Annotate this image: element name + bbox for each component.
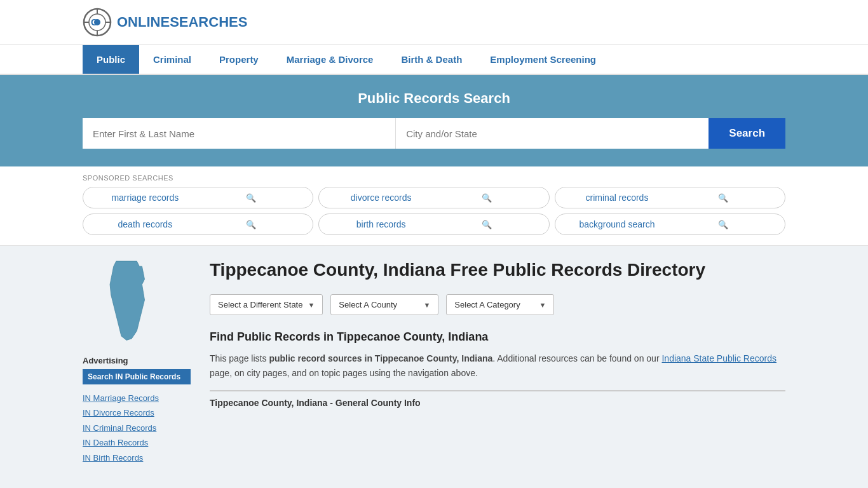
link-in-birth[interactable]: IN Birth Records [83, 453, 143, 463]
nav-item-marriage-divorce[interactable]: Marriage & Divorce [273, 45, 388, 74]
page-title: Tippecanoe County, Indiana Free Public R… [210, 259, 785, 281]
nav-item-employment[interactable]: Employment Screening [476, 45, 610, 74]
sponsored-item-death[interactable]: death records 🔍 [83, 214, 313, 235]
search-icon: 🔍 [670, 193, 776, 203]
nav-link-marriage-divorce[interactable]: Marriage & Divorce [273, 45, 388, 74]
county-dropdown-label: Select A County [339, 300, 418, 309]
link-in-divorce[interactable]: IN Divorce Records [83, 408, 154, 417]
sponsored-item-birth[interactable]: birth records 🔍 [318, 214, 549, 235]
logo[interactable]: G ONLINESEARCHES [83, 8, 247, 37]
sponsored-label-death: death records [92, 219, 198, 229]
sponsored-section: SPONSORED SEARCHES marriage records 🔍 di… [0, 166, 868, 246]
description-after-link: page, on city pages, and on topic pages … [210, 368, 478, 378]
chevron-down-icon: ▼ [423, 301, 430, 309]
main-content: Advertising Search IN Public Records IN … [0, 246, 868, 478]
nav-link-employment[interactable]: Employment Screening [476, 45, 610, 74]
sponsored-label-criminal: criminal records [564, 193, 670, 203]
advertising-label: Advertising [83, 356, 191, 365]
sidebar: Advertising Search IN Public Records IN … [83, 259, 191, 465]
nav-item-public[interactable]: Public [83, 45, 139, 74]
sidebar-link-criminal[interactable]: IN Criminal Records [83, 421, 191, 435]
state-map-indiana [83, 259, 165, 341]
sponsored-grid: marriage records 🔍 divorce records 🔍 cri… [83, 187, 785, 235]
nav-link-birth-death[interactable]: Birth & Death [387, 45, 476, 74]
svg-marker-7 [110, 261, 144, 340]
sponsored-label-birth: birth records [328, 219, 434, 229]
county-dropdown[interactable]: Select A County ▼ [330, 294, 438, 315]
category-dropdown[interactable]: Select A Category ▼ [446, 294, 554, 315]
link-in-death[interactable]: IN Death Records [83, 438, 148, 447]
nav-item-criminal[interactable]: Criminal [139, 45, 205, 74]
search-icon: 🔍 [434, 220, 540, 229]
sidebar-links: IN Marriage Records IN Divorce Records I… [83, 391, 191, 465]
name-input[interactable] [83, 118, 396, 149]
indiana-state-link[interactable]: Indiana State Public Records [661, 353, 776, 363]
description-intro: This page lists [210, 353, 269, 363]
chevron-down-icon: ▼ [308, 301, 315, 309]
category-dropdown-label: Select A Category [454, 300, 534, 309]
description-text: This page lists public record sources in… [210, 351, 785, 380]
search-icon: 🔍 [434, 193, 540, 203]
svg-text:G: G [91, 17, 98, 27]
ad-banner[interactable]: Search IN Public Records [83, 369, 191, 384]
sponsored-item-divorce[interactable]: divorce records 🔍 [318, 187, 549, 208]
nav-link-public[interactable]: Public [83, 45, 139, 74]
logo-icon: G [83, 8, 112, 37]
general-info-header: Tippecanoe County, Indiana - General Cou… [210, 390, 785, 408]
search-bar: Search [83, 118, 785, 149]
description-end: . Additional resources can be found on o… [492, 353, 661, 363]
description-bold: public record sources in Tippecanoe Coun… [269, 353, 492, 363]
logo-text: ONLINESEARCHES [117, 14, 247, 30]
search-button[interactable]: Search [709, 118, 785, 149]
dropdowns-row: Select a Different State ▼ Select A Coun… [210, 294, 785, 315]
sponsored-label-background: background search [564, 219, 670, 229]
content-area: Tippecanoe County, Indiana Free Public R… [210, 259, 785, 408]
state-dropdown[interactable]: Select a Different State ▼ [210, 294, 323, 315]
link-in-marriage[interactable]: IN Marriage Records [83, 393, 159, 403]
find-records-title: Find Public Records in Tippecanoe County… [210, 330, 785, 344]
sidebar-link-marriage[interactable]: IN Marriage Records [83, 391, 191, 405]
location-input[interactable] [396, 118, 709, 149]
sidebar-link-death[interactable]: IN Death Records [83, 435, 191, 450]
search-icon: 🔍 [198, 220, 304, 229]
sponsored-label-marriage: marriage records [92, 193, 198, 203]
link-in-criminal[interactable]: IN Criminal Records [83, 423, 156, 433]
sponsored-item-criminal[interactable]: criminal records 🔍 [555, 187, 785, 208]
state-dropdown-label: Select a Different State [218, 300, 302, 309]
search-icon: 🔍 [198, 193, 304, 203]
search-icon: 🔍 [670, 220, 776, 229]
nav-item-birth-death[interactable]: Birth & Death [387, 45, 476, 74]
main-navigation: Public Criminal Property Marriage & Divo… [0, 45, 868, 75]
sponsored-item-background[interactable]: background search 🔍 [555, 214, 785, 235]
nav-item-property[interactable]: Property [205, 45, 273, 74]
top-header: G ONLINESEARCHES [0, 0, 868, 45]
chevron-down-icon: ▼ [539, 301, 546, 309]
sidebar-link-divorce[interactable]: IN Divorce Records [83, 405, 191, 420]
nav-link-property[interactable]: Property [205, 45, 273, 74]
sponsored-label: SPONSORED SEARCHES [83, 174, 785, 182]
search-hero-title: Public Records Search [83, 90, 785, 107]
nav-link-criminal[interactable]: Criminal [139, 45, 205, 74]
search-hero: Public Records Search Search [0, 75, 868, 166]
sidebar-link-birth[interactable]: IN Birth Records [83, 451, 191, 465]
sponsored-label-divorce: divorce records [328, 193, 434, 203]
sponsored-item-marriage[interactable]: marriage records 🔍 [83, 187, 313, 208]
